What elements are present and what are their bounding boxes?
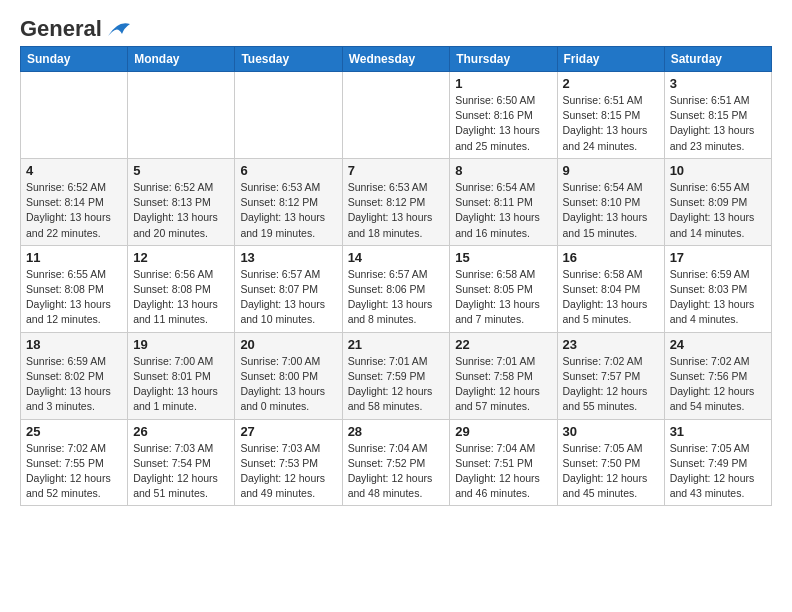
day-detail: Sunrise: 6:57 AM Sunset: 8:06 PM Dayligh…: [348, 268, 433, 326]
day-number: 11: [26, 250, 122, 265]
calendar-cell: 7Sunrise: 6:53 AM Sunset: 8:12 PM Daylig…: [342, 158, 450, 245]
calendar-cell: 12Sunrise: 6:56 AM Sunset: 8:08 PM Dayli…: [128, 245, 235, 332]
header: General: [20, 16, 772, 36]
calendar-cell: 3Sunrise: 6:51 AM Sunset: 8:15 PM Daylig…: [664, 72, 771, 159]
day-detail: Sunrise: 7:02 AM Sunset: 7:57 PM Dayligh…: [563, 355, 648, 413]
day-number: 9: [563, 163, 659, 178]
day-detail: Sunrise: 7:03 AM Sunset: 7:54 PM Dayligh…: [133, 442, 218, 500]
day-number: 26: [133, 424, 229, 439]
day-detail: Sunrise: 6:51 AM Sunset: 8:15 PM Dayligh…: [670, 94, 755, 152]
day-number: 8: [455, 163, 551, 178]
calendar-cell: 24Sunrise: 7:02 AM Sunset: 7:56 PM Dayli…: [664, 332, 771, 419]
day-number: 24: [670, 337, 766, 352]
day-detail: Sunrise: 6:51 AM Sunset: 8:15 PM Dayligh…: [563, 94, 648, 152]
calendar-week-1: 1Sunrise: 6:50 AM Sunset: 8:16 PM Daylig…: [21, 72, 772, 159]
day-number: 6: [240, 163, 336, 178]
logo-bird-icon: [104, 18, 132, 40]
day-detail: Sunrise: 6:54 AM Sunset: 8:10 PM Dayligh…: [563, 181, 648, 239]
weekday-header-row: SundayMondayTuesdayWednesdayThursdayFrid…: [21, 47, 772, 72]
day-detail: Sunrise: 6:55 AM Sunset: 8:08 PM Dayligh…: [26, 268, 111, 326]
calendar-cell: [21, 72, 128, 159]
weekday-header-tuesday: Tuesday: [235, 47, 342, 72]
calendar-cell: [342, 72, 450, 159]
calendar-cell: 17Sunrise: 6:59 AM Sunset: 8:03 PM Dayli…: [664, 245, 771, 332]
calendar-cell: 22Sunrise: 7:01 AM Sunset: 7:58 PM Dayli…: [450, 332, 557, 419]
day-number: 18: [26, 337, 122, 352]
day-number: 22: [455, 337, 551, 352]
calendar-body: 1Sunrise: 6:50 AM Sunset: 8:16 PM Daylig…: [21, 72, 772, 506]
day-detail: Sunrise: 6:50 AM Sunset: 8:16 PM Dayligh…: [455, 94, 540, 152]
calendar-cell: [128, 72, 235, 159]
calendar-cell: 6Sunrise: 6:53 AM Sunset: 8:12 PM Daylig…: [235, 158, 342, 245]
calendar-cell: 16Sunrise: 6:58 AM Sunset: 8:04 PM Dayli…: [557, 245, 664, 332]
calendar-cell: 4Sunrise: 6:52 AM Sunset: 8:14 PM Daylig…: [21, 158, 128, 245]
calendar-cell: 8Sunrise: 6:54 AM Sunset: 8:11 PM Daylig…: [450, 158, 557, 245]
calendar-week-3: 11Sunrise: 6:55 AM Sunset: 8:08 PM Dayli…: [21, 245, 772, 332]
day-number: 28: [348, 424, 445, 439]
weekday-header-friday: Friday: [557, 47, 664, 72]
day-detail: Sunrise: 7:04 AM Sunset: 7:52 PM Dayligh…: [348, 442, 433, 500]
calendar-cell: 14Sunrise: 6:57 AM Sunset: 8:06 PM Dayli…: [342, 245, 450, 332]
weekday-header-thursday: Thursday: [450, 47, 557, 72]
day-number: 1: [455, 76, 551, 91]
day-detail: Sunrise: 6:57 AM Sunset: 8:07 PM Dayligh…: [240, 268, 325, 326]
calendar-cell: 20Sunrise: 7:00 AM Sunset: 8:00 PM Dayli…: [235, 332, 342, 419]
day-detail: Sunrise: 6:59 AM Sunset: 8:02 PM Dayligh…: [26, 355, 111, 413]
calendar-cell: 27Sunrise: 7:03 AM Sunset: 7:53 PM Dayli…: [235, 419, 342, 506]
weekday-header-wednesday: Wednesday: [342, 47, 450, 72]
day-number: 20: [240, 337, 336, 352]
calendar: SundayMondayTuesdayWednesdayThursdayFrid…: [20, 46, 772, 506]
calendar-cell: 19Sunrise: 7:00 AM Sunset: 8:01 PM Dayli…: [128, 332, 235, 419]
day-number: 2: [563, 76, 659, 91]
day-number: 21: [348, 337, 445, 352]
calendar-cell: 23Sunrise: 7:02 AM Sunset: 7:57 PM Dayli…: [557, 332, 664, 419]
calendar-cell: 26Sunrise: 7:03 AM Sunset: 7:54 PM Dayli…: [128, 419, 235, 506]
calendar-cell: 29Sunrise: 7:04 AM Sunset: 7:51 PM Dayli…: [450, 419, 557, 506]
day-number: 19: [133, 337, 229, 352]
day-detail: Sunrise: 6:52 AM Sunset: 8:14 PM Dayligh…: [26, 181, 111, 239]
calendar-cell: 15Sunrise: 6:58 AM Sunset: 8:05 PM Dayli…: [450, 245, 557, 332]
calendar-cell: 1Sunrise: 6:50 AM Sunset: 8:16 PM Daylig…: [450, 72, 557, 159]
calendar-cell: 30Sunrise: 7:05 AM Sunset: 7:50 PM Dayli…: [557, 419, 664, 506]
day-detail: Sunrise: 7:00 AM Sunset: 8:01 PM Dayligh…: [133, 355, 218, 413]
calendar-cell: 25Sunrise: 7:02 AM Sunset: 7:55 PM Dayli…: [21, 419, 128, 506]
calendar-cell: 21Sunrise: 7:01 AM Sunset: 7:59 PM Dayli…: [342, 332, 450, 419]
day-number: 4: [26, 163, 122, 178]
day-number: 27: [240, 424, 336, 439]
day-detail: Sunrise: 6:53 AM Sunset: 8:12 PM Dayligh…: [348, 181, 433, 239]
day-detail: Sunrise: 7:02 AM Sunset: 7:56 PM Dayligh…: [670, 355, 755, 413]
day-number: 15: [455, 250, 551, 265]
day-detail: Sunrise: 7:03 AM Sunset: 7:53 PM Dayligh…: [240, 442, 325, 500]
day-detail: Sunrise: 7:05 AM Sunset: 7:49 PM Dayligh…: [670, 442, 755, 500]
day-detail: Sunrise: 6:58 AM Sunset: 8:04 PM Dayligh…: [563, 268, 648, 326]
day-detail: Sunrise: 6:59 AM Sunset: 8:03 PM Dayligh…: [670, 268, 755, 326]
day-detail: Sunrise: 7:04 AM Sunset: 7:51 PM Dayligh…: [455, 442, 540, 500]
logo: General: [20, 16, 132, 36]
calendar-cell: 13Sunrise: 6:57 AM Sunset: 8:07 PM Dayli…: [235, 245, 342, 332]
day-detail: Sunrise: 6:53 AM Sunset: 8:12 PM Dayligh…: [240, 181, 325, 239]
calendar-cell: 2Sunrise: 6:51 AM Sunset: 8:15 PM Daylig…: [557, 72, 664, 159]
calendar-cell: 9Sunrise: 6:54 AM Sunset: 8:10 PM Daylig…: [557, 158, 664, 245]
day-number: 13: [240, 250, 336, 265]
day-detail: Sunrise: 7:01 AM Sunset: 7:58 PM Dayligh…: [455, 355, 540, 413]
day-detail: Sunrise: 6:52 AM Sunset: 8:13 PM Dayligh…: [133, 181, 218, 239]
logo-general: General: [20, 16, 102, 42]
calendar-week-4: 18Sunrise: 6:59 AM Sunset: 8:02 PM Dayli…: [21, 332, 772, 419]
day-number: 17: [670, 250, 766, 265]
day-detail: Sunrise: 7:01 AM Sunset: 7:59 PM Dayligh…: [348, 355, 433, 413]
weekday-header-monday: Monday: [128, 47, 235, 72]
weekday-header-sunday: Sunday: [21, 47, 128, 72]
calendar-cell: 28Sunrise: 7:04 AM Sunset: 7:52 PM Dayli…: [342, 419, 450, 506]
calendar-cell: 5Sunrise: 6:52 AM Sunset: 8:13 PM Daylig…: [128, 158, 235, 245]
calendar-cell: 18Sunrise: 6:59 AM Sunset: 8:02 PM Dayli…: [21, 332, 128, 419]
day-number: 30: [563, 424, 659, 439]
day-detail: Sunrise: 7:02 AM Sunset: 7:55 PM Dayligh…: [26, 442, 111, 500]
day-detail: Sunrise: 6:58 AM Sunset: 8:05 PM Dayligh…: [455, 268, 540, 326]
day-detail: Sunrise: 6:55 AM Sunset: 8:09 PM Dayligh…: [670, 181, 755, 239]
day-detail: Sunrise: 6:56 AM Sunset: 8:08 PM Dayligh…: [133, 268, 218, 326]
day-number: 5: [133, 163, 229, 178]
day-number: 23: [563, 337, 659, 352]
day-number: 25: [26, 424, 122, 439]
calendar-week-2: 4Sunrise: 6:52 AM Sunset: 8:14 PM Daylig…: [21, 158, 772, 245]
calendar-cell: 31Sunrise: 7:05 AM Sunset: 7:49 PM Dayli…: [664, 419, 771, 506]
